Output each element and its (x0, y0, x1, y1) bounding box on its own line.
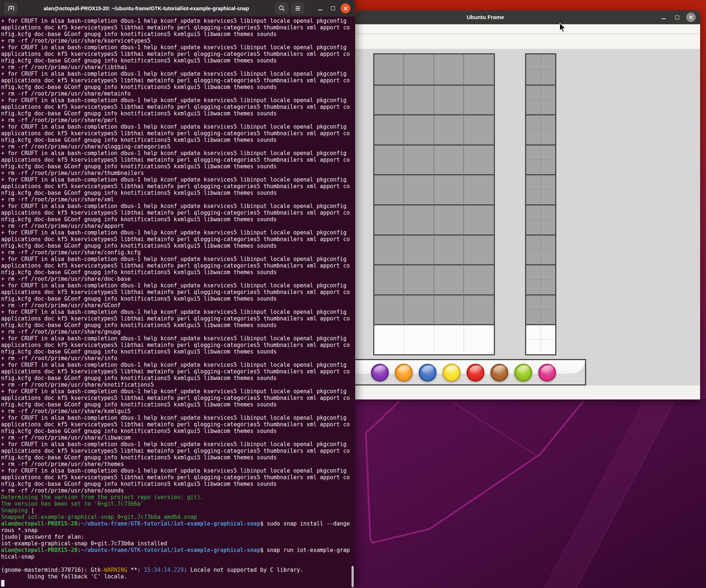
terminal-line: + rm -rf /root/prime/usr/share/kservicet… (1, 37, 355, 44)
guess-cell[interactable] (404, 264, 434, 294)
close-button[interactable] (686, 12, 696, 22)
maximize-button[interactable] (328, 4, 338, 13)
guess-cell[interactable] (434, 54, 464, 85)
terminal-line (1, 580, 355, 587)
guess-cell[interactable] (434, 204, 464, 234)
terminal-line: + rm -rf /root/prime/usr/share/thumbnail… (1, 170, 355, 176)
terminal-text[interactable]: + for CRUFT in alsa bash-completion dbus… (0, 17, 355, 588)
guess-cell[interactable] (464, 54, 494, 85)
frame-titlebar[interactable]: Ubuntu Frame (355, 10, 700, 24)
terminal-line: [sudo] password for alan: (1, 534, 355, 540)
guess-cell[interactable] (374, 144, 404, 175)
palette-ball-blue[interactable] (419, 364, 436, 381)
terminal-line: rous *.snap (1, 527, 355, 534)
guess-cell[interactable] (434, 174, 464, 204)
terminal-line: + for CRUFT in alsa bash-completion dbus… (1, 415, 355, 421)
wallpaper-facet-lines (353, 399, 706, 588)
guess-cell[interactable] (434, 85, 464, 115)
guess-cell[interactable] (404, 85, 434, 115)
guess-cell[interactable] (464, 114, 494, 144)
terminal-titlebar[interactable]: alan@octopull-PROX15-20: ~/ubuntu-frame/… (0, 0, 355, 17)
color-palette-tray (355, 359, 586, 386)
terminal-line: + rm -rf /root/prime/usr/share/themes (1, 461, 355, 467)
feedback-cell (526, 234, 541, 250)
guess-cell[interactable] (404, 294, 434, 325)
terminal-line: nfig.kcfg doc-base GConf gnupg info knot… (1, 190, 355, 196)
guess-cell[interactable] (434, 294, 464, 325)
close-button[interactable] (340, 3, 350, 13)
guess-cell[interactable] (404, 234, 434, 265)
guess-cell[interactable] (464, 85, 494, 115)
menu-button[interactable] (291, 2, 304, 14)
guess-cell[interactable] (464, 294, 494, 325)
guess-cell[interactable] (464, 174, 494, 204)
guess-cell[interactable] (404, 114, 434, 144)
ball-gloss (421, 364, 435, 374)
palette-ball-pink[interactable] (538, 364, 556, 381)
feedback-cell (541, 99, 556, 114)
ball-gloss (469, 364, 482, 374)
feedback-cell (526, 159, 541, 175)
feedback-cell (541, 234, 556, 250)
feedback-cell (526, 174, 541, 189)
guess-cell[interactable] (374, 114, 404, 144)
guess-cell[interactable] (374, 54, 404, 85)
guess-cell[interactable] (464, 264, 494, 294)
maximize-icon (331, 6, 335, 10)
guess-cell[interactable] (434, 144, 464, 175)
guess-cell[interactable] (434, 264, 464, 294)
guess-cell[interactable] (374, 85, 404, 115)
guess-cell[interactable] (434, 234, 464, 265)
search-icon (279, 5, 285, 11)
feedback-cell (541, 114, 556, 129)
terminal-line: nfig.kcfg doc-base GConf gnupg info knot… (1, 269, 355, 276)
palette-ball-brown[interactable] (491, 364, 508, 381)
feedback-cell (526, 339, 541, 354)
guess-cell[interactable] (434, 114, 464, 144)
guess-cell[interactable] (404, 144, 434, 175)
search-button[interactable] (275, 2, 288, 14)
guess-cell[interactable] (374, 294, 404, 325)
app-toolbar-strip (355, 34, 700, 49)
terminal-line: iot-example-graphical-snap 0+git.7c73b6a… (1, 540, 355, 547)
terminal-line: applications doc kf5 kservicetypes5 libt… (1, 51, 355, 57)
terminal-line: applications doc kf5 kservicetypes5 libt… (1, 342, 355, 348)
guess-cell-empty[interactable] (374, 324, 404, 354)
palette-ball-yellow[interactable] (443, 364, 460, 381)
terminal-scrollbar-thumb[interactable] (352, 566, 354, 587)
terminal-line: + for CRUFT in alsa bash-completion dbus… (1, 150, 355, 157)
guess-cell[interactable] (374, 174, 404, 204)
terminal-line (1, 560, 355, 567)
guess-cell[interactable] (404, 204, 434, 234)
guess-cell[interactable] (374, 204, 404, 234)
minimize-button[interactable] (315, 4, 325, 13)
guess-cell[interactable] (404, 174, 434, 204)
feedback-cell (541, 54, 556, 69)
feedback-cell (541, 324, 556, 339)
maximize-button[interactable] (673, 13, 681, 21)
terminal-line: applications doc kf5 kservicetypes5 libt… (1, 209, 355, 216)
palette-ball-red[interactable] (467, 364, 484, 381)
guess-cell[interactable] (464, 234, 494, 265)
palette-ball-purple[interactable] (371, 364, 389, 381)
guess-cell-empty[interactable] (404, 324, 434, 354)
terminal-line: + rm -rf /root/prime/usr/share/kxmlgui5 (1, 408, 355, 415)
ball-gloss (493, 364, 506, 374)
palette-ball-green[interactable] (514, 364, 532, 381)
guess-cell-empty[interactable] (434, 324, 464, 354)
guess-cell[interactable] (464, 204, 494, 234)
guess-cell[interactable] (464, 144, 494, 175)
terminal-line: nfig.kcfg doc-base GConf gnupg info knot… (1, 110, 355, 117)
palette-ball-orange[interactable] (395, 364, 413, 381)
minimize-button[interactable] (660, 13, 668, 21)
guess-cell-empty[interactable] (464, 324, 494, 354)
terminal-line: nfig.kcfg doc-base GConf gnupg info knot… (1, 57, 355, 64)
terminal-line: applications doc kf5 kservicetypes5 libt… (1, 421, 355, 428)
terminal-line: + for CRUFT in alsa bash-completion dbus… (1, 441, 355, 448)
guess-cell[interactable] (374, 234, 404, 265)
guess-cell[interactable] (404, 54, 434, 85)
new-tab-button[interactable] (4, 2, 18, 14)
terminal-line: applications doc kf5 kservicetypes5 libt… (1, 77, 355, 84)
guess-cell[interactable] (374, 264, 404, 294)
terminal-line: applications doc kf5 kservicetypes5 libt… (1, 104, 355, 110)
